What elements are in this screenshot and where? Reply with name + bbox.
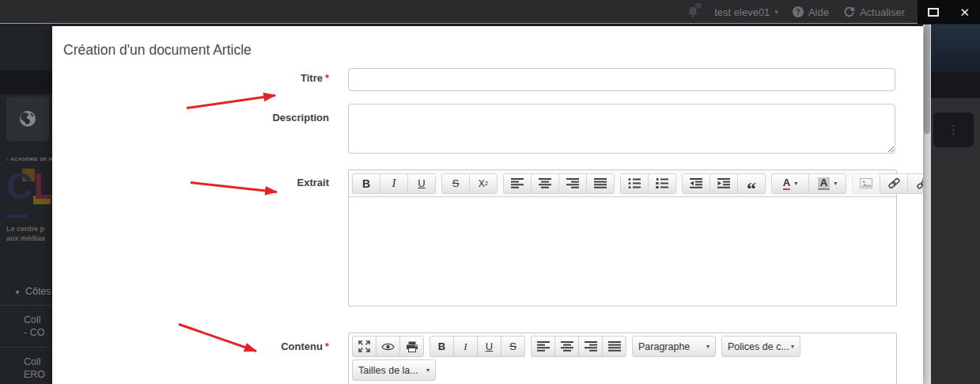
- text-color-button[interactable]: A ▾: [771, 173, 809, 194]
- print-button[interactable]: [399, 336, 424, 357]
- tree-item[interactable]: Coll - CO: [0, 305, 52, 347]
- window-titlebar: test eleve01 ▾ ? Aide Actualiser ✕: [0, 0, 980, 24]
- bell-icon: [686, 5, 700, 19]
- strikethrough-button[interactable]: S: [501, 336, 525, 357]
- required-marker: *: [325, 340, 329, 352]
- bold-button[interactable]: B: [352, 173, 380, 194]
- image-button: [852, 173, 880, 194]
- titre-label: Titre*: [103, 72, 329, 84]
- outdent-button[interactable]: [682, 173, 710, 194]
- align-center-button[interactable]: [554, 336, 579, 357]
- app-background: › ACADÉMIE DE RE CL Le centre p aux médi…: [0, 25, 980, 384]
- user-menu[interactable]: test eleve01 ▾: [714, 6, 778, 18]
- contenu-label: Contenu*: [103, 340, 329, 352]
- subscript-button[interactable]: X2: [469, 173, 498, 194]
- close-icon[interactable]: ✕: [959, 6, 970, 18]
- chevron-down-icon: ▾: [794, 180, 797, 187]
- fullscreen-icon: [358, 340, 370, 352]
- kebab-menu-icon: ⋮: [948, 123, 959, 137]
- outdent-icon: [690, 178, 702, 188]
- numbered-list-button[interactable]: [648, 173, 676, 194]
- printer-icon: [406, 341, 418, 352]
- extrait-toolbar: B I U S X2: [349, 170, 896, 197]
- header-image: [931, 25, 980, 72]
- bold-button[interactable]: B: [429, 336, 454, 357]
- refresh-button[interactable]: Actualiser: [843, 6, 905, 18]
- chevron-down-icon: ▾: [426, 367, 429, 374]
- scrollbar-thumb[interactable]: [924, 25, 930, 134]
- bullet-list-button[interactable]: [620, 173, 649, 194]
- titre-input[interactable]: [348, 68, 895, 91]
- refresh-icon: [843, 6, 855, 18]
- chevron-down-icon: ▾: [706, 343, 709, 350]
- align-left-icon: [511, 178, 524, 188]
- strikethrough-button[interactable]: S: [441, 173, 470, 194]
- italic-button[interactable]: I: [380, 173, 408, 194]
- clemi-logo: CL: [6, 164, 52, 210]
- align-justify-icon: [594, 178, 607, 188]
- indent-icon: [717, 178, 730, 188]
- indent-button[interactable]: [709, 173, 738, 194]
- numbered-list-icon: [656, 178, 668, 188]
- align-justify-button[interactable]: [586, 173, 615, 194]
- align-center-icon: [561, 341, 573, 352]
- chevron-down-icon: ▾: [834, 180, 837, 187]
- bullet-list-icon: [628, 178, 641, 188]
- help-icon: ?: [793, 6, 804, 17]
- underline-button[interactable]: U: [407, 173, 436, 194]
- align-center-button[interactable]: [531, 173, 559, 194]
- logo-divider: [6, 215, 27, 218]
- eye-icon: [381, 342, 395, 352]
- preview-button[interactable]: [376, 336, 400, 357]
- chevron-down-icon: ▾: [774, 8, 778, 16]
- align-center-icon: [539, 178, 551, 188]
- align-justify-button[interactable]: [602, 336, 626, 357]
- align-right-button[interactable]: [578, 336, 603, 357]
- create-article-modal: Création d'un document Article Titre* De…: [52, 26, 923, 384]
- align-right-button[interactable]: [558, 173, 587, 194]
- underline-button[interactable]: U: [477, 336, 501, 357]
- modal-title: Création d'un document Article: [63, 42, 252, 59]
- contenu-toolbar-row1: B I U S: [349, 333, 896, 357]
- fonts-dropdown[interactable]: Polices de c... ▾: [721, 336, 800, 357]
- align-left-button[interactable]: [503, 173, 532, 194]
- more-options-button[interactable]: ⋮: [933, 112, 974, 147]
- unlink-icon: [915, 177, 924, 189]
- window-controls: ✕: [918, 0, 980, 24]
- description-textarea[interactable]: [348, 104, 895, 154]
- logo-tagline: Le centre p aux médias: [6, 224, 45, 243]
- maximize-icon[interactable]: [928, 8, 939, 17]
- notifications-button[interactable]: [686, 5, 700, 19]
- globe-button[interactable]: [6, 97, 49, 141]
- unlink-button[interactable]: [907, 173, 923, 194]
- align-right-icon: [585, 341, 597, 352]
- sizes-dropdown[interactable]: Tailles de la... ▾: [352, 359, 436, 381]
- description-label: Description: [103, 112, 329, 124]
- academy-chevron: ›: [6, 157, 8, 162]
- blockquote-button[interactable]: “: [737, 173, 766, 194]
- italic-button[interactable]: I: [453, 336, 478, 357]
- background-color-button[interactable]: A ▾: [808, 173, 846, 194]
- image-icon: [860, 178, 872, 188]
- vertical-scrollbar[interactable]: [923, 25, 931, 384]
- extrait-label: Extrait: [103, 177, 329, 188]
- fullscreen-button[interactable]: [352, 336, 376, 357]
- extrait-editor: B I U S X2: [348, 169, 897, 306]
- page-right-strip: ⋮: [931, 25, 980, 384]
- align-left-button[interactable]: [531, 336, 555, 357]
- tree-item[interactable]: Coll ERO: [0, 347, 52, 384]
- header-band: [931, 72, 980, 98]
- extrait-content-area[interactable]: [349, 197, 896, 306]
- link-button[interactable]: [880, 173, 908, 194]
- link-icon: [887, 177, 901, 189]
- sidebar-top-band: [0, 70, 52, 94]
- sidebar-tree: ▼Côtes Coll - CO Coll ERO C: [0, 276, 52, 384]
- contenu-toolbar-row2: Tailles de la... ▾: [349, 357, 896, 381]
- paragraph-dropdown[interactable]: Paragraphe ▾: [632, 336, 716, 357]
- help-menu[interactable]: ? Aide: [793, 6, 829, 18]
- notification-badge: [695, 3, 702, 9]
- required-marker: *: [325, 72, 329, 84]
- tree-group-cotes[interactable]: ▼Côtes: [0, 276, 52, 305]
- contenu-editor: B I U S: [348, 333, 897, 384]
- align-left-icon: [537, 341, 550, 352]
